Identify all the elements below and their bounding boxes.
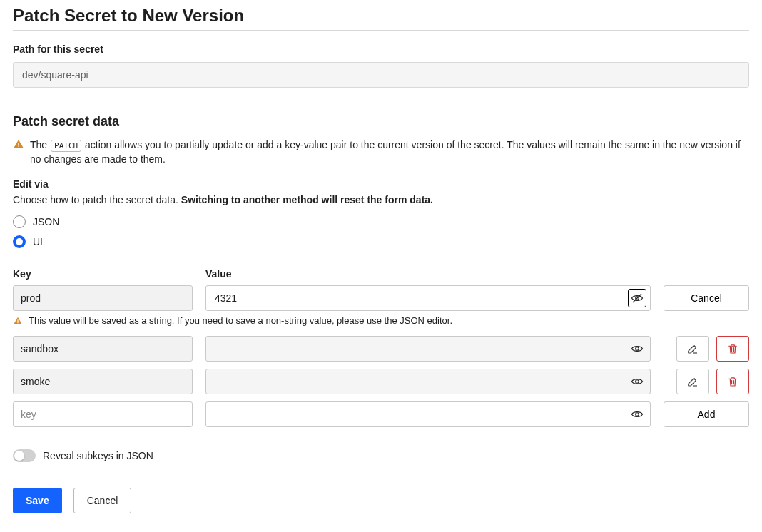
radio-ui[interactable]: UI <box>13 235 749 248</box>
kv-header: Key Value <box>13 268 749 280</box>
kv-key-sandbox <box>13 336 193 362</box>
edit-via-help-strong: Switching to another method will reset t… <box>181 194 433 205</box>
edit-row-button[interactable] <box>676 369 709 394</box>
trash-icon <box>726 342 739 355</box>
string-warning-text: This value will be saved as a string. If… <box>29 315 452 326</box>
page-title: Patch Secret to New Version <box>13 6 749 31</box>
kv-row-sandbox <box>13 336 749 362</box>
reveal-value-button[interactable] <box>628 372 646 391</box>
kv-key-new[interactable] <box>13 401 193 427</box>
warning-icon <box>13 316 23 326</box>
radio-json-label: JSON <box>33 216 59 227</box>
trash-icon <box>726 375 739 388</box>
delete-row-button[interactable] <box>716 336 749 362</box>
reveal-subkeys-row: Reveal subkeys in JSON <box>13 436 749 462</box>
reveal-value-button[interactable] <box>628 339 646 358</box>
kv-value-sandbox <box>205 336 651 362</box>
radio-ui-label: UI <box>33 236 43 247</box>
kv-value-new[interactable] <box>205 401 651 427</box>
radio-json[interactable]: JSON <box>13 215 749 228</box>
kv-row-editing: Cancel <box>13 285 749 311</box>
add-row-button[interactable]: Add <box>664 401 749 427</box>
radio-ui-indicator <box>13 235 26 248</box>
info-suffix: action allows you to partially update or… <box>30 139 741 165</box>
reveal-subkeys-toggle[interactable] <box>13 449 36 462</box>
eye-icon <box>631 342 644 355</box>
edit-row-button[interactable] <box>676 336 709 362</box>
cancel-edit-button[interactable]: Cancel <box>664 285 749 311</box>
info-prefix: The <box>30 139 47 150</box>
cancel-button[interactable]: Cancel <box>73 488 132 513</box>
radio-json-indicator <box>13 215 26 228</box>
path-input <box>13 62 749 88</box>
delete-row-button[interactable] <box>716 369 749 394</box>
kv-value-prod[interactable] <box>205 285 651 311</box>
kv-value-smoke <box>205 369 651 394</box>
edit-via-help-text: Choose how to patch the secret data. <box>13 194 178 205</box>
kv-header-value: Value <box>205 268 749 280</box>
warning-icon <box>13 138 24 150</box>
patch-badge: PATCH <box>51 140 81 152</box>
eye-icon <box>631 375 644 388</box>
edit-icon <box>686 375 699 388</box>
reveal-subkeys-label: Reveal subkeys in JSON <box>43 450 153 461</box>
string-warning: This value will be saved as a string. If… <box>13 315 749 326</box>
kv-key-smoke <box>13 369 193 394</box>
data-section-title: Patch secret data <box>13 114 749 129</box>
kv-row-smoke <box>13 369 749 394</box>
hide-value-button[interactable] <box>628 289 646 307</box>
edit-via-radio-group: JSON UI <box>13 215 749 248</box>
kv-header-key: Key <box>13 268 193 280</box>
edit-via-help: Choose how to patch the secret data. Swi… <box>13 194 749 205</box>
eye-off-icon <box>631 292 644 305</box>
save-button[interactable]: Save <box>13 488 62 513</box>
eye-icon <box>631 408 644 421</box>
info-text: The PATCH action allows you to partially… <box>30 138 749 167</box>
path-label: Path for this secret <box>13 44 749 55</box>
reveal-value-button[interactable] <box>628 405 646 424</box>
info-row: The PATCH action allows you to partially… <box>13 138 749 167</box>
footer-actions: Save Cancel <box>13 488 749 513</box>
edit-via-label: Edit via <box>13 178 749 190</box>
kv-key-prod <box>13 285 193 311</box>
kv-row-new: Add <box>13 401 749 427</box>
edit-icon <box>686 342 699 355</box>
